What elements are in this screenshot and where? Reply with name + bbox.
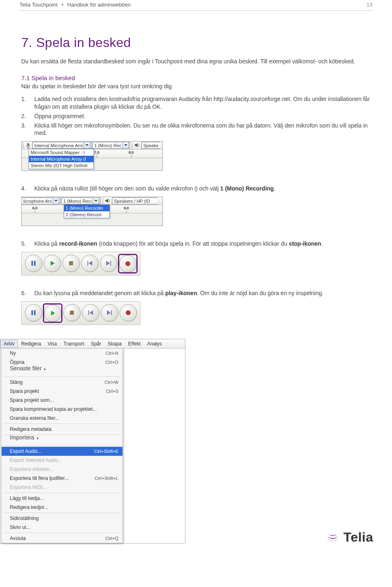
input-device-dropdown[interactable]: Internal Microphone Arra	[32, 142, 91, 149]
menubar-item[interactable]: Effekt	[125, 340, 144, 348]
menu-item[interactable]: Senaste filer	[2, 367, 122, 376]
svg-rect-14	[31, 310, 33, 315]
menubar: ArkivRedigeraVisaTransportSpårSkapaEffek…	[0, 339, 185, 349]
step-text: Ladda ned och installera den kostnadsfri…	[34, 95, 371, 111]
channels-options: 1 (Mono) Recordin 2 (Stereo) Record	[64, 204, 110, 218]
chevron-down-icon	[53, 197, 59, 204]
record-button[interactable]	[120, 304, 137, 321]
svg-marker-3	[135, 143, 138, 147]
dropdown-option[interactable]: Microsoft Sound Mapper - I	[29, 149, 94, 156]
record-button[interactable]	[119, 255, 136, 272]
svg-rect-17	[70, 311, 74, 315]
page-header: Telia Touchpoint • Handbok för adminwebb…	[19, 0, 373, 11]
dropdown-option[interactable]: 1 (Mono) Recordin	[64, 205, 109, 211]
dropdown-value: Speake	[143, 143, 159, 148]
channels-dropdown[interactable]: 1 (Mono) Reco	[92, 142, 130, 149]
play-button[interactable]	[44, 305, 61, 322]
menu-item[interactable]: AvslutaCtrl+Q	[2, 534, 122, 543]
transport-toolbar	[21, 252, 140, 276]
menu-item[interactable]: NyCtrl+N	[2, 349, 122, 358]
speaker-icon	[105, 198, 111, 204]
intro-text: Du kan ersätta de flesta standardbesked …	[21, 58, 371, 65]
menu-item[interactable]: Importera	[2, 436, 122, 445]
menu-item[interactable]: Spara komprimerad kopia av projektet...	[2, 405, 122, 414]
step-text: Du kan lyssna på meddelandet genom att k…	[34, 289, 323, 297]
menubar-item[interactable]: Spår	[87, 340, 104, 348]
menu-item[interactable]: Granska externa filer...	[2, 414, 122, 423]
arkiv-menu-figure: ArkivRedigeraVisaTransportSpårSkapaEffek…	[0, 339, 185, 544]
svg-marker-11	[106, 261, 110, 266]
menu-item[interactable]: Skriv ut...	[2, 523, 122, 532]
svg-rect-6	[34, 261, 36, 266]
menubar-item[interactable]: Analys	[144, 340, 165, 348]
input-device-dropdown[interactable]: licrophone Arra	[22, 197, 60, 204]
separator-dot: •	[62, 2, 64, 8]
menubar-item[interactable]: Transport	[60, 340, 88, 348]
product-name: Telia Touchpoint	[20, 2, 58, 8]
menubar-item[interactable]: Skapa	[105, 340, 125, 348]
menu-item[interactable]: Spara projektCtrl+S	[2, 387, 122, 396]
svg-rect-5	[31, 261, 33, 266]
step-number: 6.	[21, 289, 28, 297]
pause-button[interactable]	[25, 255, 42, 272]
output-device-dropdown[interactable]: Speakers / HP (ID	[112, 197, 158, 204]
pause-button[interactable]	[25, 304, 42, 321]
microphone-icon	[25, 143, 31, 148]
svg-marker-10	[89, 261, 92, 266]
dropdown-option[interactable]: Stereo Mix (IDT High Definiti	[29, 162, 94, 169]
svg-rect-18	[88, 310, 89, 315]
menu-item[interactable]: StängCtrl+W	[2, 378, 122, 387]
svg-marker-20	[107, 310, 111, 315]
menu-item[interactable]: Spara projekt som...	[2, 396, 122, 405]
step-number: 2.	[21, 112, 28, 120]
dropdown-value: Internal Microphone Arra	[34, 143, 83, 148]
step-number: 1.	[21, 95, 28, 111]
stop-button[interactable]	[62, 255, 80, 272]
dropdown-value: licrophone Arra	[23, 199, 52, 204]
menu-item[interactable]: Export Audio...Ctrl+Shift+E	[2, 447, 122, 456]
toolbar-grip	[22, 141, 24, 149]
menu-item[interactable]: Exportera till flera ljudfiler...Ctrl+Sh…	[2, 474, 122, 483]
output-device-dropdown[interactable]: Speake	[141, 142, 160, 149]
step-text: Klicka på nästa rullist (till höger om d…	[34, 185, 276, 193]
menu-item[interactable]: Redigera kedjor...	[2, 503, 122, 512]
ruler-tick: 8,0	[129, 150, 134, 155]
step-number: 5.	[21, 240, 28, 248]
dropdown-option[interactable]: Internal Microphone Array (I	[29, 156, 94, 162]
svg-marker-16	[51, 311, 55, 316]
stop-button[interactable]	[63, 304, 80, 321]
svg-marker-4	[105, 199, 108, 203]
menubar-item[interactable]: Redigera	[18, 340, 45, 348]
chevron-down-icon	[93, 197, 99, 204]
menubar-item[interactable]: Visa	[44, 340, 60, 348]
page-number: 13	[367, 2, 372, 8]
skip-end-button[interactable]	[100, 255, 117, 272]
menu-item[interactable]: Redigera metadata	[2, 425, 122, 434]
record-highlight	[119, 255, 137, 273]
steps-1-3: 1.Ladda ned och installera den kostnadsf…	[21, 95, 371, 137]
menubar-item[interactable]: Arkiv	[0, 340, 18, 348]
play-button[interactable]	[44, 255, 61, 272]
svg-rect-12	[110, 261, 111, 266]
svg-point-22	[126, 310, 131, 315]
step-text: Klicka på record-ikonen (röda knappen) f…	[34, 240, 323, 248]
skip-start-button[interactable]	[81, 255, 98, 272]
dropdown-option[interactable]: 2 (Stereo) Record	[64, 211, 109, 218]
doc-title: Handbok för adminwebben	[67, 2, 131, 8]
ruler-tick: 6,0	[32, 206, 38, 210]
menu-item[interactable]: Lägg till kedja...	[2, 494, 122, 503]
audacity-channels-dropdown-figure: licrophone Arra 1 (Mono) Reco Speakers /…	[21, 197, 163, 226]
menu-item[interactable]: Sidinställning	[2, 514, 122, 523]
svg-point-13	[125, 261, 130, 266]
skip-start-button[interactable]	[82, 304, 99, 321]
telia-wordmark: Telia	[343, 530, 373, 544]
step-number: 3.	[21, 122, 28, 137]
channels-dropdown[interactable]: 1 (Mono) Reco	[61, 197, 100, 204]
svg-marker-19	[89, 310, 93, 315]
play-highlight	[44, 304, 62, 322]
svg-rect-21	[111, 310, 112, 315]
speaker-icon	[134, 142, 140, 149]
skip-end-button[interactable]	[101, 304, 118, 321]
telia-logo: Telia	[325, 530, 373, 545]
ruler-tick: 7,0	[94, 150, 100, 155]
